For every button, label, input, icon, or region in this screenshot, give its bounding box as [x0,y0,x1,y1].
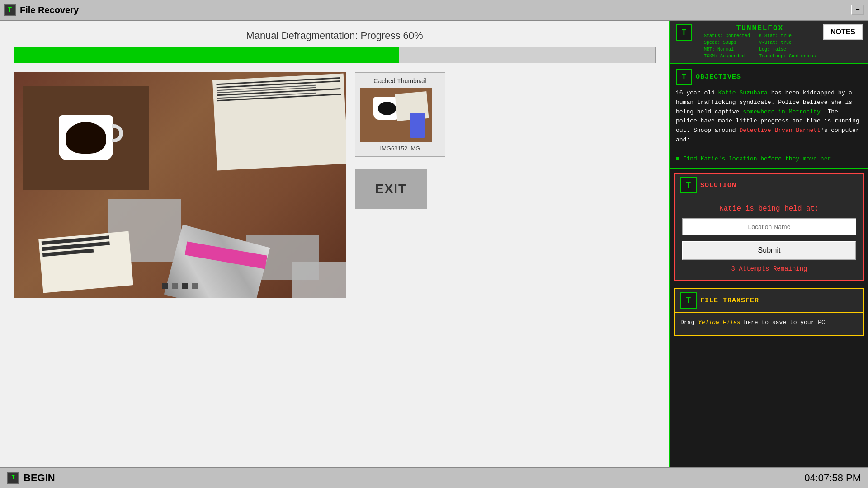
objectives-header: T OBJECTIVES [676,69,863,85]
tunnelfox-content: TUNNELFOX Status: Connected Speed: 50Bps… [697,24,863,60]
solution-section: T SOLUTION Katie is being held at: Submi… [674,173,864,281]
dot-4 [192,283,198,289]
tunnelfox-header: T TUNNELFOX Status: Connected Speed: 50B… [670,21,868,64]
objectives-body: 16 year old Katie Suzuhara has been kidn… [676,89,863,164]
left-panel: Manual Defragmentation: Progress 60% [0,21,669,467]
newspaper-piece [212,74,346,171]
right-sidebar: T TUNNELFOX Status: Connected Speed: 50B… [669,21,868,467]
objectives-section: T OBJECTIVES 16 year old Katie Suzuhara … [670,64,868,169]
clock-display: 04:07:58 PM [804,472,861,484]
app-title: File Recovery [20,5,79,15]
gray-missing-piece-3 [292,262,346,298]
stat-log: Log: false [759,46,816,53]
begin-icon: T [7,472,19,484]
title-bar: T File Recovery − [0,0,868,21]
file-transfer-body: Drag Yellow Files here to save to your P… [675,313,863,335]
katie-held-label: Katie is being held at: [719,205,819,213]
begin-area: T BEGIN [7,472,55,484]
solution-header: T SOLUTION [675,174,863,197]
progress-bar-fill [14,47,399,63]
cup-handle [112,124,123,142]
katie-name-highlight: Katie Suzuhara [718,89,768,96]
file-transfer-header: T FILE TRANSFER [675,289,863,313]
minimize-button[interactable]: − [851,5,864,15]
dot-1 [162,283,168,289]
objectives-logo: T [676,69,692,85]
stat-kstat: K-Stat: true [759,33,816,39]
dot-2 [172,283,178,289]
detective-highlight: Detective Bryan Barnett [739,127,820,134]
progress-dots [162,283,198,289]
thumbnail-filename: IMG63152.IMG [360,145,440,152]
stat-traceloop: TraceLoop: Continuous [759,53,816,60]
objectives-title: OBJECTIVES [696,73,741,81]
file-transfer-instructions: Drag Yellow Files here to save to your P… [680,319,825,326]
progress-section: Manual Defragmentation: Progress 60% [14,30,656,63]
coffee-cup [59,115,113,160]
document-piece [38,231,133,293]
main-layout: Manual Defragmentation: Progress 60% [0,21,868,467]
tunnelfox-logo: T [676,24,692,41]
tunnelfox-stats: Status: Connected Speed: 50Bps MRT: Norm… [704,33,816,60]
title-left: T File Recovery [4,4,79,16]
right-image-panels: Cached Thumbnail IMG63152.IMG EXIT [355,72,445,458]
solution-title: SOLUTION [700,182,736,189]
task-highlight: Find Katie's location before they move h… [683,155,831,162]
progress-bar-container [14,47,656,63]
file-transfer-logo: T [680,292,697,309]
app-icon: T [4,4,16,16]
yellow-files-highlight: Yellow Files [698,319,741,326]
tunnelfox-title: TUNNELFOX [736,24,783,33]
thumbnail-image [360,88,432,142]
file-transfer-section: T FILE TRANSFER Drag Yellow Files here t… [674,288,864,336]
thumbnail-panel: Cached Thumbnail IMG63152.IMG [355,72,445,157]
submit-button[interactable]: Submit [682,241,856,260]
stat-mrt: MRT: Normal [704,46,750,53]
thumb-cup-inside [378,102,396,115]
bottom-bar: T BEGIN 04:07:58 PM [0,467,868,488]
file-transfer-title: FILE TRANSFER [700,297,759,305]
attempts-remaining: 3 Attempts Remaining [731,265,807,272]
dot-3 [182,283,188,289]
stat-vstat: V-Stat: true [759,39,816,46]
stat-speed: Speed: 50Bps [704,39,750,46]
begin-label: BEGIN [24,472,55,484]
notes-button[interactable]: NOTES [823,24,863,40]
exit-button[interactable]: EXIT [355,169,427,209]
solution-logo: T [680,177,697,193]
coffee-inside [66,122,106,154]
thumb-phone [410,113,425,138]
main-image-container [14,72,346,298]
stat-tgkm: TGKM: Suspended [704,53,750,60]
coffee-cup-piece [23,86,149,190]
stat-status: Status: Connected [704,33,750,39]
solution-body: Katie is being held at: Submit 3 Attempt… [675,197,863,280]
location-input[interactable] [682,218,856,235]
image-area: Cached Thumbnail IMG63152.IMG EXIT [14,72,656,458]
metrocity-highlight: somewhere in Metrocity [743,108,821,115]
thumbnail-label: Cached Thumbnail [360,77,440,84]
progress-label: Manual Defragmentation: Progress 60% [14,30,656,42]
